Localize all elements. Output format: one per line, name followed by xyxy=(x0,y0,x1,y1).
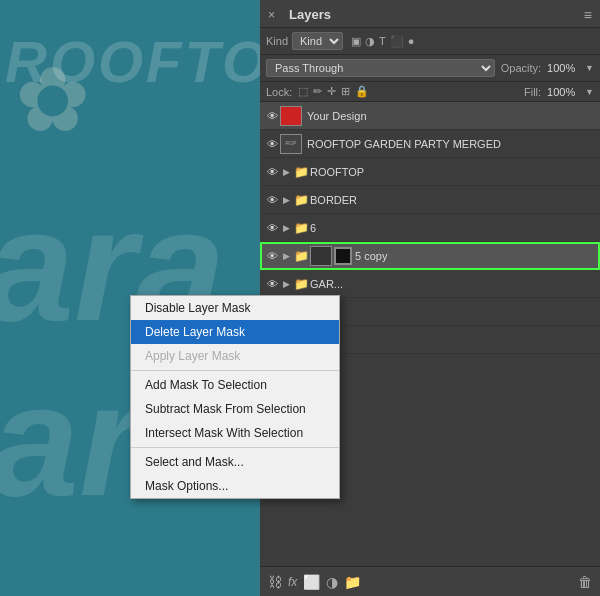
context-menu: Disable Layer Mask Delete Layer Mask App… xyxy=(130,295,340,499)
blend-row: Pass Through Opacity: 100% ▼ xyxy=(260,55,600,82)
lock-all-icon[interactable]: 🔒 xyxy=(355,85,369,98)
layer-item[interactable]: 👁 ▶ 📁 BORDER xyxy=(260,186,600,214)
add-mask-icon[interactable]: ⬜ xyxy=(303,574,320,590)
fill-arrow-icon[interactable]: ▼ xyxy=(585,87,594,97)
layer-name: BO... xyxy=(310,306,596,318)
adjustment-icon[interactable]: ◑ xyxy=(326,574,338,590)
kind-select[interactable]: Kind xyxy=(292,32,343,50)
expand-icon[interactable]: ▶ xyxy=(280,195,292,205)
canvas-script-text-2: ar xyxy=(0,360,141,520)
layer-name: ROOFTOP GARDEN PARTY MERGED xyxy=(307,138,596,150)
expand-icon[interactable]: ▶ xyxy=(280,223,292,233)
layer-name: 5 copy xyxy=(355,250,596,262)
visibility-icon[interactable]: 👁 xyxy=(264,138,280,150)
panel-title: Layers xyxy=(289,7,331,22)
folder-icon: 📁 xyxy=(292,221,310,235)
lock-pixels-icon[interactable]: ✏ xyxy=(313,85,322,98)
layer-thumbnail xyxy=(280,106,302,126)
expand-icon[interactable]: ▶ xyxy=(280,279,292,289)
layer-name: Your Design xyxy=(307,110,596,122)
visibility-icon[interactable]: 👁 xyxy=(264,222,280,234)
layer-name: BORDER xyxy=(310,194,596,206)
context-menu-item-apply-mask: Apply Layer Mask xyxy=(131,344,339,368)
opacity-arrow-icon[interactable]: ▼ xyxy=(585,63,594,73)
layer-item[interactable]: 👁 ▶ 📁 GAR... xyxy=(260,270,600,298)
new-folder-icon[interactable]: 📁 xyxy=(344,574,361,590)
visibility-icon[interactable]: 👁 xyxy=(264,250,280,262)
lock-row: Lock: ⬚ ✏ ✛ ⊞ 🔒 Fill: 100% ▼ xyxy=(260,82,600,102)
lock-label: Lock: xyxy=(266,86,292,98)
opacity-label: Opacity: xyxy=(501,62,541,74)
panel-header: × Layers ≡ xyxy=(260,0,600,28)
visibility-icon[interactable]: 👁 xyxy=(264,278,280,290)
panel-close-icon[interactable]: × xyxy=(268,8,275,22)
fx-icon[interactable]: fx xyxy=(288,575,297,589)
layer-item[interactable]: 👁 Your Design xyxy=(260,102,600,130)
lock-artboard-icon[interactable]: ⊞ xyxy=(341,85,350,98)
visibility-icon[interactable]: 👁 xyxy=(264,194,280,206)
opacity-value: 100% xyxy=(547,62,579,74)
expand-icon[interactable]: ▶ xyxy=(280,167,292,177)
layer-name: BG xyxy=(310,334,596,346)
fill-value: 100% xyxy=(547,86,579,98)
visibility-icon[interactable]: 👁 xyxy=(264,110,280,122)
kind-type-icon[interactable]: T xyxy=(379,35,386,48)
folder-icon: 📁 xyxy=(292,249,310,263)
kind-icons: ▣ ◑ T ⬛ ● xyxy=(351,35,414,48)
lock-icons: ⬚ ✏ ✛ ⊞ 🔒 xyxy=(298,85,369,98)
lock-transparent-icon[interactable]: ⬚ xyxy=(298,85,308,98)
panel-menu-icon[interactable]: ≡ xyxy=(584,7,592,23)
expand-icon[interactable]: ▶ xyxy=(280,251,292,261)
delete-icon[interactable]: 🗑 xyxy=(578,574,592,590)
kind-shape-icon[interactable]: ⬛ xyxy=(390,35,404,48)
context-menu-item-select-mask[interactable]: Select and Mask... xyxy=(131,450,339,474)
kind-label: Kind xyxy=(266,35,288,47)
folder-icon: 📁 xyxy=(292,193,310,207)
layer-item[interactable]: 👁 ▶ 📁 6 xyxy=(260,214,600,242)
folder-icon: 📁 xyxy=(292,165,310,179)
kind-adj-icon[interactable]: ◑ xyxy=(365,35,375,48)
layer-item[interactable]: 👁 ▶ 📁 ROOFTOP xyxy=(260,158,600,186)
layer-name: GAR... xyxy=(310,278,596,290)
context-menu-item-add-mask-selection[interactable]: Add Mask To Selection xyxy=(131,373,339,397)
kind-row: Kind Kind ▣ ◑ T ⬛ ● xyxy=(260,28,600,55)
layer-item-5-copy[interactable]: 👁 ▶ 📁 5 copy xyxy=(260,242,600,270)
visibility-icon[interactable]: 👁 xyxy=(264,166,280,178)
panel-bottom-bar: ⛓ fx ⬜ ◑ 📁 🗑 xyxy=(260,566,600,596)
layer-name: ROOFTOP xyxy=(310,166,596,178)
folder-icon: 📁 xyxy=(292,277,310,291)
fill-label: Fill: xyxy=(524,86,541,98)
blend-mode-select[interactable]: Pass Through xyxy=(266,59,495,77)
layer-thumbnail: RGP xyxy=(280,134,302,154)
link-icon[interactable]: ⛓ xyxy=(268,574,282,590)
lock-position-icon[interactable]: ✛ xyxy=(327,85,336,98)
context-menu-item-disable-mask[interactable]: Disable Layer Mask xyxy=(131,296,339,320)
context-menu-item-delete-mask[interactable]: Delete Layer Mask xyxy=(131,320,339,344)
layer-item[interactable]: 👁 RGP ROOFTOP GARDEN PARTY MERGED xyxy=(260,130,600,158)
kind-pixel-icon[interactable]: ▣ xyxy=(351,35,361,48)
context-menu-separator-1 xyxy=(131,370,339,371)
layer-name: 6 xyxy=(310,222,596,234)
kind-smart-icon[interactable]: ● xyxy=(408,35,415,48)
context-menu-item-intersect-mask[interactable]: Intersect Mask With Selection xyxy=(131,421,339,445)
canvas-decorative-element: ✿ xyxy=(15,55,90,145)
context-menu-item-mask-options[interactable]: Mask Options... xyxy=(131,474,339,498)
context-menu-separator-2 xyxy=(131,447,339,448)
layer-mask-thumbnail xyxy=(334,247,352,265)
layer-thumbnail xyxy=(310,246,332,266)
panel-header-left: × Layers xyxy=(268,7,331,22)
context-menu-item-subtract-mask[interactable]: Subtract Mask From Selection xyxy=(131,397,339,421)
